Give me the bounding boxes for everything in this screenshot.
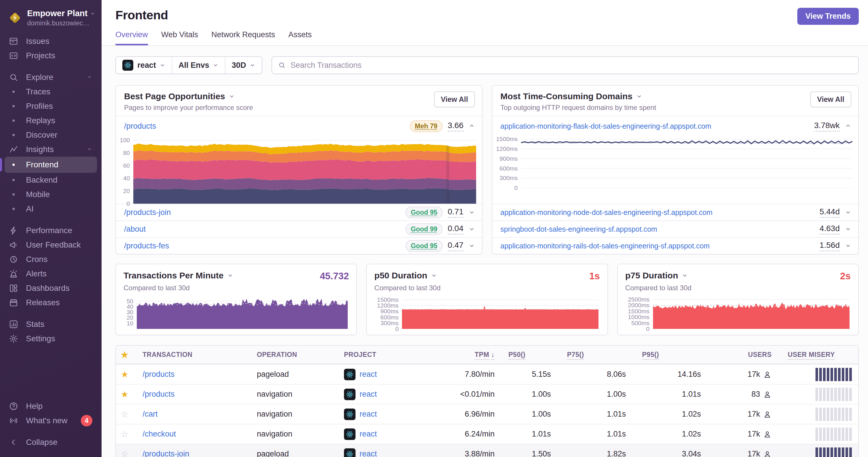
sidebar-item-stats[interactable]: Stats <box>5 317 97 331</box>
sidebar-item-releases[interactable]: Releases <box>5 295 97 310</box>
sidebar-item-projects[interactable]: Projects <box>5 48 97 63</box>
project-link[interactable]: react <box>360 390 377 399</box>
p75-cell: 8.06s <box>551 370 626 379</box>
tab-network-requests[interactable]: Network Requests <box>212 30 275 45</box>
sidebar-item-backend[interactable]: •Backend <box>5 173 97 187</box>
org-user: dominik.buszowiec… <box>27 19 95 27</box>
chevron-down-icon[interactable] <box>469 209 475 216</box>
panel-title: Most Time-Consuming Domains <box>500 92 632 101</box>
chevron-down-icon[interactable] <box>228 93 235 100</box>
domain-link[interactable]: application-monitoring-rails-dot-sales-e… <box>500 242 710 250</box>
sidebar-item-dashboards[interactable]: Dashboards <box>5 281 97 295</box>
chevron-down-icon[interactable] <box>431 272 437 279</box>
chevron-down-icon[interactable] <box>469 242 475 249</box>
star-toggle[interactable]: ☆ <box>116 429 133 439</box>
gear-icon <box>9 334 19 344</box>
archive-box-icon <box>9 298 19 307</box>
chevron-down-icon[interactable] <box>636 93 642 100</box>
sidebar-item-discover[interactable]: •Discover <box>5 128 97 142</box>
col-p50[interactable]: P50() <box>495 351 551 359</box>
p50-cell: 5.15s <box>495 370 551 379</box>
sidebar-item-traces[interactable]: •Traces <box>5 85 97 99</box>
date-range-filter[interactable]: 30D <box>225 57 262 73</box>
domain-link[interactable]: springboot-dot-sales-engineering-sf.apps… <box>500 225 657 233</box>
project-link[interactable]: react <box>360 430 377 438</box>
sidebar-item-ai[interactable]: •AI <box>5 202 97 216</box>
sidebar-item-user-feedback[interactable]: User Feedback <box>5 238 97 252</box>
col-tpm[interactable]: TPM ↓ <box>419 351 495 359</box>
project-cell: react <box>333 428 419 440</box>
project-link[interactable]: react <box>360 370 377 379</box>
sidebar-item-crons[interactable]: Crons <box>5 252 97 267</box>
page-link[interactable]: /products-fes <box>124 241 169 251</box>
sidebar-item-issues[interactable]: Issues <box>5 34 97 48</box>
score-badge[interactable]: Meh 79 <box>410 120 443 132</box>
domain-link[interactable]: application-monitoring-flask-dot-sales-e… <box>500 122 711 130</box>
chevron-down-icon[interactable] <box>845 226 851 232</box>
col-p95[interactable]: P95() <box>626 351 701 359</box>
operation-cell: pageload <box>243 450 333 457</box>
sidebar-item-insights[interactable]: Insights <box>5 142 97 157</box>
star-toggle[interactable]: ☆ <box>116 449 133 457</box>
project-filter[interactable]: react <box>116 57 172 73</box>
page-link[interactable]: /products <box>124 122 156 131</box>
transaction-link[interactable]: /cart <box>143 410 158 418</box>
sidebar-item-mobile[interactable]: •Mobile <box>5 187 97 202</box>
transaction-link[interactable]: /products <box>143 390 175 398</box>
col-project[interactable]: PROJECT <box>333 351 419 359</box>
users-cell: 17k <box>701 450 772 457</box>
environment-filter[interactable]: All Envs <box>172 57 225 73</box>
user-icon <box>763 370 772 379</box>
chevron-down-icon[interactable] <box>845 209 851 216</box>
sidebar-item-frontend[interactable]: •Frontend <box>5 157 97 173</box>
chevron-up-icon[interactable] <box>845 123 851 129</box>
sidebar-item-profiles[interactable]: •Profiles <box>5 99 97 113</box>
sidebar-item-help[interactable]: Help <box>5 399 97 414</box>
view-all-button[interactable]: View All <box>810 92 851 107</box>
col-operation[interactable]: OPERATION <box>243 351 333 359</box>
sidebar-item-explore[interactable]: Explore <box>5 70 97 85</box>
p50-cell: 1.00s <box>495 390 551 399</box>
users-cell: 17k <box>701 410 772 419</box>
sidebar-item-settings[interactable]: Settings <box>5 331 97 346</box>
star-toggle[interactable]: ☆ <box>116 409 133 419</box>
score-badge[interactable]: Good 99 <box>405 223 442 235</box>
sidebar-item-whats-new[interactable]: What's new 4 <box>5 414 97 428</box>
sidebar-item-performance[interactable]: Performance <box>5 223 97 238</box>
page-link[interactable]: /products-join <box>124 208 171 217</box>
col-users[interactable]: USERS <box>701 351 772 359</box>
star-toggle[interactable]: ★ <box>116 389 133 399</box>
project-link[interactable]: react <box>360 450 377 457</box>
transaction-link[interactable]: /products-join <box>143 450 189 457</box>
chevron-down-icon[interactable] <box>845 242 851 249</box>
opportunity-row-about: /about Good 99 0.04 <box>116 221 482 237</box>
sidebar-item-replays[interactable]: •Replays <box>5 113 97 128</box>
help-icon <box>9 401 19 411</box>
col-p75[interactable]: P75() <box>551 351 626 359</box>
page-link[interactable]: /about <box>124 225 146 234</box>
p75-cell: 1.82s <box>551 450 626 457</box>
transaction-link[interactable]: /products <box>143 370 175 379</box>
domain-link[interactable]: application-monitoring-node-dot-sales-en… <box>500 208 712 217</box>
col-transaction[interactable]: TRANSACTION <box>133 351 243 359</box>
tab-overview[interactable]: Overview <box>116 30 148 45</box>
tab-web-vitals[interactable]: Web Vitals <box>161 30 198 45</box>
score-badge[interactable]: Good 95 <box>405 240 442 252</box>
sidebar-item-alerts[interactable]: Alerts <box>5 267 97 281</box>
view-all-button[interactable]: View All <box>434 92 475 107</box>
chevron-down-icon[interactable] <box>469 226 475 232</box>
col-user-misery[interactable]: USER MISERY <box>772 351 859 359</box>
chevron-down-icon[interactable] <box>682 272 688 279</box>
search-input[interactable] <box>290 61 852 70</box>
view-trends-button[interactable]: View Trends <box>797 8 859 25</box>
star-toggle[interactable]: ★ <box>116 369 133 380</box>
score-badge[interactable]: Good 95 <box>405 206 442 219</box>
chevron-up-icon[interactable] <box>469 123 475 129</box>
sidebar-collapse-button[interactable]: Collapse <box>5 435 97 450</box>
filter-bar: react All Envs 30D <box>116 56 859 74</box>
chevron-down-icon[interactable] <box>227 272 234 279</box>
transaction-link[interactable]: /checkout <box>143 430 176 438</box>
project-link[interactable]: react <box>360 410 377 419</box>
org-switcher[interactable]: Empower Plant dominik.buszowiec… <box>0 0 101 29</box>
tab-assets[interactable]: Assets <box>288 30 312 45</box>
